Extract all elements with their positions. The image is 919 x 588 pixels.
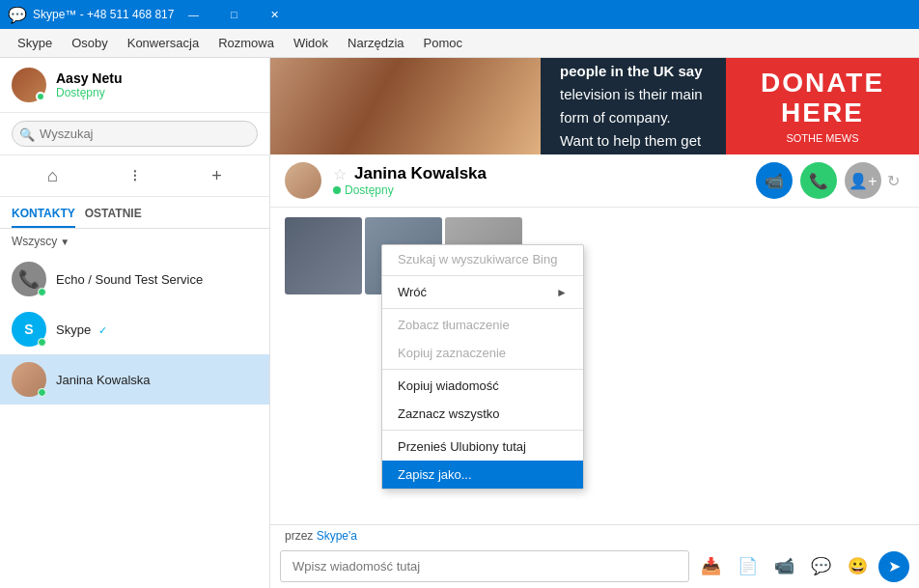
- send-button[interactable]: ➤: [878, 551, 909, 582]
- contact-header-info: ☆ Janina Kowalska Dostępny: [333, 164, 756, 197]
- profile-status: Dostępny: [56, 86, 122, 99]
- contact-header-avatar: [285, 162, 321, 199]
- menubar: Skype Osoby Konwersacja Rozmowa Widok Na…: [0, 29, 919, 58]
- main-layout: Aasy Netu Dostępny 🔍 ⌂ ⁝ + KONTAKTY OSTA…: [0, 58, 919, 588]
- skype-logo: 💬: [8, 6, 27, 24]
- menu-rozmowa[interactable]: Rozmowa: [209, 32, 284, 54]
- ctx-arrow-icon: ►: [556, 286, 568, 299]
- contact-avatar-echo: 📞: [12, 262, 46, 296]
- skype-verified-badge: ✓: [98, 324, 107, 337]
- contacts-grid-icon[interactable]: ⁝: [94, 161, 176, 190]
- photo-thumb-1: [285, 217, 362, 294]
- donate-text: DONATE: [761, 69, 884, 98]
- refresh-icon[interactable]: ↻: [881, 169, 905, 192]
- profile-avatar: [12, 68, 46, 102]
- search-icon: 🔍: [19, 126, 35, 141]
- tab-recent[interactable]: OSTATNIE: [85, 203, 142, 228]
- voice-call-button[interactable]: 📞: [800, 162, 837, 199]
- ctx-separator-1: [382, 275, 583, 276]
- contact-item-janina[interactable]: Janina Kowalska: [0, 354, 269, 405]
- chat-area: Szukaj w wyszukiwarce Bing Wróć ► Zobacz…: [270, 208, 919, 524]
- ctx-save-as[interactable]: Zapisz jako...: [382, 461, 583, 489]
- contact-header: ☆ Janina Kowalska Dostępny 📹 📞 👤+ ↻: [270, 154, 919, 208]
- document-icon[interactable]: 📄: [732, 551, 763, 582]
- add-contact-icon[interactable]: +: [176, 162, 258, 190]
- ctx-copy-message[interactable]: Kopiuj wiadomość: [382, 372, 583, 400]
- contact-name-echo: Echo / Sound Test Service: [56, 272, 203, 287]
- donate-sub: SOTHE MEWS: [786, 132, 858, 144]
- header-status-dot-icon: [333, 186, 341, 194]
- filter-row[interactable]: Wszyscy ▼: [0, 229, 269, 254]
- bottom-bar: przez Skype'a 📥 📄 📹 💬 😀 ➤: [270, 524, 919, 588]
- menu-osoby[interactable]: Osoby: [62, 32, 118, 54]
- ctx-translate: Zobacz tłumaczenie: [382, 311, 583, 339]
- minimize-button[interactable]: —: [174, 0, 212, 29]
- banner-photo: [270, 58, 541, 154]
- context-menu: Szukaj w wyszukiwarce Bing Wróć ► Zobacz…: [381, 244, 584, 490]
- ctx-back[interactable]: Wróć ►: [382, 278, 583, 306]
- message-input-row: 📥 📄 📹 💬 😀 ➤: [270, 545, 919, 588]
- banner-line3: Want to help them get out of the house?: [560, 132, 701, 154]
- menu-narzedzia[interactable]: Narzędzia: [338, 32, 414, 54]
- menu-konwersacja[interactable]: Konwersacja: [118, 32, 209, 54]
- close-button[interactable]: ✕: [255, 0, 293, 29]
- menu-pomoc[interactable]: Pomoc: [414, 32, 472, 54]
- ctx-select-all[interactable]: Zaznacz wszystko: [382, 400, 583, 428]
- add-person-button[interactable]: 👤+: [845, 162, 881, 199]
- banner-line2: television is their main form of company…: [560, 86, 703, 126]
- attribution-link[interactable]: Skype'a: [317, 529, 357, 543]
- banner-message: Two fifths of all older people in the UK…: [560, 58, 707, 154]
- nav-icons: ⌂ ⁝ +: [0, 155, 269, 197]
- title-text: Skype™ - +48 511 468 817: [33, 8, 174, 21]
- attribution-pre: przez: [285, 529, 317, 543]
- file-transfer-icon[interactable]: 📥: [695, 551, 726, 582]
- header-avatar-img: [285, 162, 321, 199]
- contact-name-skype: Skype ✓: [56, 322, 107, 337]
- filter-label: Wszyscy: [12, 235, 57, 248]
- menu-widok[interactable]: Widok: [284, 32, 338, 54]
- ctx-separator-3: [382, 369, 583, 370]
- contact-tabs: KONTAKTY OSTATNIE: [0, 197, 269, 229]
- favorite-star-icon[interactable]: ☆: [333, 165, 347, 183]
- banner-donate[interactable]: DONATE HERE SOTHE MEWS: [726, 58, 919, 154]
- message-input[interactable]: [280, 550, 689, 582]
- contact-list: 📞 Echo / Sound Test Service S Skype ✓: [0, 254, 269, 588]
- ctx-bing-search: Szukaj w wyszukiwarce Bing: [382, 245, 583, 273]
- header-contact-name: Janina Kowalska: [354, 164, 487, 183]
- content-area: Two fifths of all older people in the UK…: [270, 58, 919, 588]
- donate-text2: HERE: [781, 98, 864, 128]
- contact-item-echo[interactable]: 📞 Echo / Sound Test Service: [0, 254, 269, 304]
- titlebar: 💬 Skype™ - +48 511 468 817 — □ ✕: [0, 0, 919, 29]
- emoji-icon[interactable]: 😀: [842, 551, 873, 582]
- sidebar: Aasy Netu Dostępny 🔍 ⌂ ⁝ + KONTAKTY OSTA…: [0, 58, 270, 588]
- banner: Two fifths of all older people in the UK…: [270, 58, 919, 154]
- maximize-button[interactable]: □: [214, 0, 253, 29]
- contact-status-dot-echo: [38, 288, 46, 296]
- home-icon[interactable]: ⌂: [12, 162, 94, 190]
- ctx-copy-selection: Kopiuj zaznaczenie: [382, 339, 583, 367]
- ctx-separator-4: [382, 430, 583, 431]
- contact-status-dot-skype: [38, 338, 46, 347]
- profile-area: Aasy Netu Dostępny: [0, 58, 269, 113]
- banner-line1: Two fifths of all older people in the UK…: [560, 58, 705, 79]
- sms-icon[interactable]: 💬: [805, 551, 836, 582]
- menu-skype[interactable]: Skype: [8, 32, 62, 54]
- ctx-move-favorite[interactable]: Przenieś Ulubiony tutaj: [382, 433, 583, 461]
- contact-avatar-skype: S: [12, 312, 46, 347]
- search-input[interactable]: [12, 121, 258, 147]
- profile-name: Aasy Netu: [56, 70, 122, 86]
- contact-name-janina: Janina Kowalska: [56, 373, 151, 387]
- profile-info: Aasy Netu Dostępny: [56, 70, 122, 99]
- profile-status-dot: [36, 92, 45, 101]
- header-status-text: Dostępny: [345, 183, 394, 197]
- filter-chevron-icon: ▼: [60, 237, 70, 247]
- contact-status-dot-janina: [38, 388, 46, 397]
- video-call-button[interactable]: 📹: [756, 162, 793, 199]
- header-status: Dostępny: [333, 183, 756, 197]
- contact-item-skype[interactable]: S Skype ✓: [0, 304, 269, 354]
- video-message-icon[interactable]: 📹: [768, 551, 799, 582]
- tab-contacts[interactable]: KONTAKTY: [12, 203, 75, 228]
- search-bar: 🔍: [0, 113, 269, 155]
- banner-text: Two fifths of all older people in the UK…: [541, 58, 726, 154]
- header-actions: 📹 📞 👤+: [756, 162, 881, 199]
